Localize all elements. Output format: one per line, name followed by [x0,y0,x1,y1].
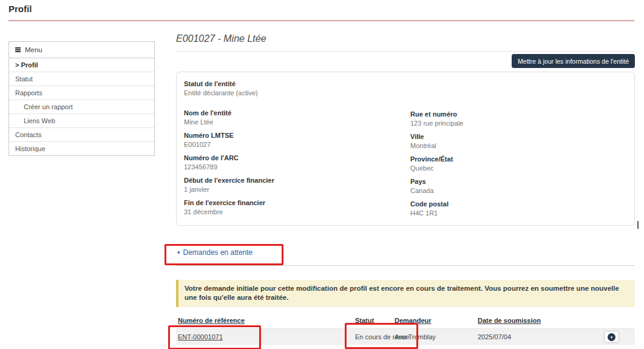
active-marker: > [15,61,19,69]
field-numero-lmtse: Numéro LMTSE E001027 [184,132,274,149]
submission-date-value: 2025/07/04 [478,333,511,341]
sidebar-item-contacts[interactable]: Contacts [9,128,154,142]
sidebar-item-historique[interactable]: Historique [9,142,154,155]
field-label: Nom de l'entité [184,109,274,117]
row-actions-button[interactable]: ▾ [604,331,619,343]
field-value: H4C 1R1 [410,209,463,217]
reference-link[interactable]: ENT-00001071 [178,333,223,341]
menu-header[interactable]: Menu [9,42,154,58]
field-label: Numéro de l'ARC [184,154,274,162]
hamburger-icon [15,47,21,52]
field-label: Début de l'exercice financier [184,177,274,185]
field-value: 31 décembre [184,208,274,216]
entity-fields-right-column: Rue et numéro 123 rue principale Ville M… [410,110,463,223]
field-rue-numero: Rue et numéro 123 rue principale [410,110,463,127]
sidebar-menu: Menu > Profil Statut Rapports Créer un r… [8,41,155,156]
column-header-reference[interactable]: Numéro de référence [178,317,245,324]
chevron-down-circle-icon: ▾ [608,333,615,341]
field-code-postal: Code postal H4C 1R1 [410,200,463,217]
entity-fields-left-column: Statut de l'entité Entité déclarante (ac… [184,80,274,222]
field-province-etat: Province/État Quebec [410,155,463,172]
field-label: Rue et numéro [410,110,463,118]
alert-text-line1: Votre demande initiale pour cette modifi… [185,284,629,293]
field-fin-exercice: Fin de l'exercice financier 31 décembre [184,199,274,216]
pending-section-rule [176,265,635,266]
field-label: Statut de l'entité [184,80,274,88]
field-ville: Ville Montréal [410,133,463,150]
field-label: Province/État [410,155,463,163]
sidebar-item-statut[interactable]: Statut [9,72,154,86]
sidebar-item-liens-web[interactable]: Liens Web [9,114,154,128]
requester-value: Ann Tremblay [395,333,436,341]
update-entity-button[interactable]: Mettre à jour les informations de l'enti… [512,54,635,68]
field-nom-entite: Nom de l'entité Mine Ltée [184,109,274,126]
field-value: 123456789 [184,163,274,171]
page-title: Profil [8,4,32,14]
caret-down-icon: ▾ [177,249,180,256]
field-debut-exercice: Début de l'exercice financier 1 janvier [184,177,274,194]
table-row: ENT-00001071 En cours de revue Ann Tremb… [176,328,635,345]
field-pays: Pays Canada [410,178,463,195]
field-statut-entite: Statut de l'entité Entité déclarante (ac… [184,80,274,97]
field-value: 123 rue principale [410,120,463,127]
text-cursor-artifact [637,221,639,229]
field-label: Numéro LMTSE [184,132,274,140]
pending-warning-alert: Votre demande initiale pour cette modifi… [176,280,635,307]
column-header-demandeur[interactable]: Demandeur [395,317,432,324]
field-value: Entité déclarante (active) [184,89,274,97]
title-underline [8,20,634,21]
entity-heading-rule [176,51,635,52]
field-value: Quebec [410,164,463,172]
field-value: 1 janvier [184,186,274,194]
sidebar-item-creer-un-rapport[interactable]: Créer un rapport [9,100,154,114]
entity-details-panel: Statut de l'entité Entité déclarante (ac… [176,72,635,226]
field-label: Code postal [410,200,463,208]
menu-header-label: Menu [25,46,42,53]
field-label: Pays [410,178,463,186]
entity-heading: E001027 - Mine Ltée [176,33,266,44]
field-numero-arc: Numéro de l'ARC 123456789 [184,154,274,171]
sidebar-item-label: Profil [21,61,38,69]
field-label: Fin de l'exercice financier [184,199,274,207]
field-label: Ville [410,133,463,141]
field-value: E001027 [184,141,274,149]
column-header-statut[interactable]: Statut [355,317,374,324]
pending-requests-label: Demandes en attente [183,248,253,257]
profile-page: Profil Menu > Profil Statut Rapports Cré… [0,0,644,349]
field-value: Mine Ltée [184,118,274,126]
sidebar-item-rapports[interactable]: Rapports [9,86,154,100]
field-value: Canada [410,187,463,195]
pending-requests-toggle[interactable]: ▾ Demandes en attente [177,248,253,257]
column-header-date-soumission[interactable]: Date de soumission [478,317,541,324]
alert-text-line2: une fois qu'elle aura été traitée. [185,293,629,302]
sidebar-item-profil[interactable]: > Profil [9,58,154,72]
field-value: Montréal [410,142,463,150]
